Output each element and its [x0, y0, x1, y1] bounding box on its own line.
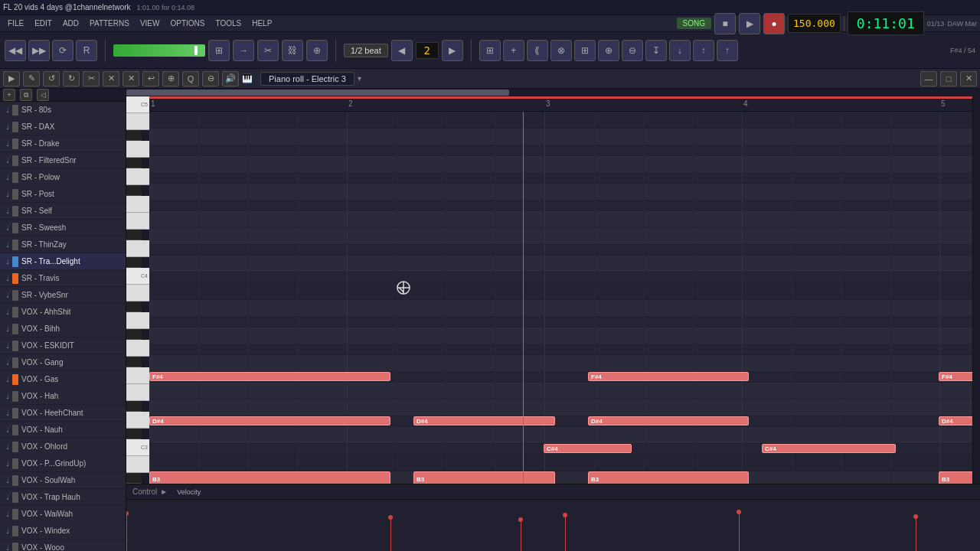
tb2-volume[interactable]: 🔊 [222, 71, 239, 86]
menu-patterns[interactable]: PATTERNS [85, 18, 134, 29]
piano-key-B5[interactable] [126, 113, 149, 130]
piano-roll-dropdown[interactable]: ▾ [358, 74, 361, 83]
note-1[interactable]: F#4 [588, 372, 749, 381]
piano-key-G5[interactable] [126, 168, 149, 185]
track-item-5[interactable]: ♩SR - Post [0, 186, 126, 203]
track-item-6[interactable]: ♩SR - Self [0, 203, 126, 220]
track-item-24[interactable]: ♩VOX - WaiWah [0, 506, 126, 523]
tb2-undo[interactable]: ↺ [43, 71, 60, 86]
mixer-button[interactable]: ⊞ [208, 40, 230, 61]
tb2-pencil[interactable]: ✎ [23, 71, 40, 86]
piano-key-F4[interactable] [126, 367, 149, 384]
beat-prev[interactable]: ◀ [391, 40, 413, 61]
tb-btn-6[interactable]: ⊕ [598, 40, 619, 61]
note-4[interactable]: D#4 [413, 416, 555, 425]
menu-file[interactable]: FILE [3, 18, 28, 29]
link-button[interactable]: ⛓ [282, 40, 303, 61]
tb2-close[interactable]: ✕ [960, 71, 977, 86]
piano-key-A#4[interactable] [126, 302, 142, 312]
track-item-11[interactable]: ♩SR - VybeSnr [0, 287, 126, 304]
fast-forward-button[interactable]: ▶▶ [28, 40, 50, 61]
note-5[interactable]: D#4 [588, 416, 749, 425]
piano-key-G#5[interactable] [126, 158, 142, 168]
tb-btn-1[interactable]: ⊞ [479, 40, 501, 61]
note-0[interactable]: F#4 [149, 372, 390, 381]
note-9[interactable]: B3 [149, 471, 390, 484]
track-copy-button[interactable]: ⧉ [20, 89, 32, 101]
piano-key-A4[interactable] [126, 312, 149, 329]
piano-key-B4[interactable] [126, 285, 149, 302]
record-count-button[interactable]: R [76, 40, 97, 61]
track-item-16[interactable]: ♩VOX - Gas [0, 371, 126, 388]
menu-tools[interactable]: TOOLS [211, 18, 246, 29]
tb2-cut[interactable]: ✂ [83, 71, 100, 86]
piano-key-A#3[interactable] [126, 473, 142, 484]
track-item-3[interactable]: ♩SR - FilteredSnr [0, 152, 126, 169]
track-item-25[interactable]: ♩VOX - Windex [0, 523, 126, 540]
piano-key-C4[interactable]: C4 [126, 268, 149, 285]
track-item-1[interactable]: ♩SR - DAX [0, 119, 126, 135]
piano-key-G#4[interactable] [126, 329, 142, 340]
mini-scrollbar[interactable] [126, 89, 980, 96]
arrow-button[interactable]: → [233, 40, 254, 61]
song-button[interactable]: SONG [677, 18, 711, 29]
piano-key-F5[interactable] [126, 196, 149, 213]
piano-key-G4[interactable] [126, 340, 149, 357]
note-2[interactable]: F#4 [939, 372, 972, 381]
tb2-minimize[interactable]: — [920, 71, 937, 86]
note-12[interactable]: B3 [939, 471, 972, 484]
beat-label[interactable]: 1/2 beat [344, 44, 388, 57]
tb-btn-9[interactable]: ↓ [669, 40, 691, 61]
piano-key-F#5[interactable] [126, 185, 142, 196]
note-6[interactable]: D#4 [939, 416, 972, 425]
track-item-20[interactable]: ♩VOX - Ohlord [0, 439, 126, 455]
note-8[interactable]: C#4 [762, 444, 896, 453]
menu-edit[interactable]: EDIT [30, 18, 57, 29]
menu-options[interactable]: OPTIONS [165, 18, 209, 29]
mini-scrollbar-thumb[interactable] [126, 90, 509, 96]
track-item-23[interactable]: ♩VOX - Trap Hauh [0, 489, 126, 506]
track-item-26[interactable]: ♩VOX - Wooo [0, 540, 126, 551]
tb2-maximize[interactable]: □ [940, 71, 957, 86]
track-item-21[interactable]: ♩VOX - P...GrindUp) [0, 455, 126, 472]
track-item-17[interactable]: ♩VOX - Hah [0, 388, 126, 405]
tb-btn-2[interactable]: + [503, 40, 524, 61]
piano-key-A#5[interactable] [126, 130, 142, 141]
track-item-22[interactable]: ♩VOX - SoulWah [0, 472, 126, 489]
track-item-10[interactable]: ♩SR - Travis [0, 270, 126, 287]
track-options-button[interactable]: ◁ [37, 89, 49, 101]
tb2-del[interactable]: ✕ [122, 71, 139, 86]
loop-button[interactable]: ⟳ [52, 40, 74, 61]
track-item-12[interactable]: ♩VOX - AhhShit [0, 304, 126, 321]
tb2-plus[interactable]: ⊕ [162, 71, 179, 86]
piano-key-C3[interactable]: C3 [126, 439, 149, 456]
tb2-add[interactable]: ✕ [103, 71, 119, 86]
tb-btn-4[interactable]: ⊗ [550, 40, 572, 61]
track-item-19[interactable]: ♩VOX - Nauh [0, 422, 126, 439]
tb-btn-8[interactable]: ↧ [645, 40, 667, 61]
volume-slider[interactable] [113, 44, 205, 57]
track-item-15[interactable]: ♩VOX - Gang [0, 354, 126, 371]
track-item-7[interactable]: ♩SR - Sweesh [0, 220, 126, 236]
tb2-sel[interactable]: Q [182, 71, 199, 86]
tb-btn-3[interactable]: ⟪ [527, 40, 548, 61]
play-button[interactable]: ▶ [739, 13, 760, 34]
stamp-button[interactable]: ⊕ [306, 40, 328, 61]
note-10[interactable]: B3 [413, 471, 555, 484]
track-item-9[interactable]: ♩SR - Tra...Delight [0, 253, 126, 270]
tb2-play[interactable]: ▶ [3, 71, 20, 86]
roll-content[interactable]: F#4F#4F#4D#4D#4D#4D#4C#4C#4B3B3B3B3A#3G#… [149, 112, 972, 484]
track-item-18[interactable]: ♩VOX - HeehChant [0, 405, 126, 422]
menu-add[interactable]: ADD [58, 18, 83, 29]
piano-key-E5[interactable] [126, 213, 149, 230]
track-item-13[interactable]: ♩VOX - Bihh [0, 321, 126, 337]
note-3[interactable]: D#4 [149, 416, 390, 425]
piano-key-A5[interactable] [126, 141, 149, 158]
track-item-4[interactable]: ♩SR - Polow [0, 169, 126, 186]
piano-key-C5[interactable]: C5 [126, 96, 149, 113]
track-item-14[interactable]: ♩VOX - ESKIDIT [0, 337, 126, 354]
tb2-back[interactable]: ↩ [142, 71, 159, 86]
piano-key-D5[interactable] [126, 240, 149, 257]
menu-help[interactable]: HELP [247, 18, 276, 29]
piano-key-E4[interactable] [126, 384, 149, 401]
